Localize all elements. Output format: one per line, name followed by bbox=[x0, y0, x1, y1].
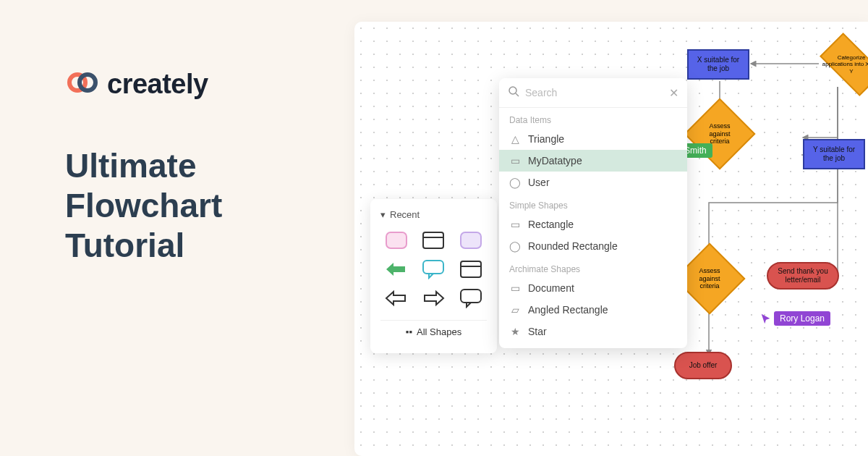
heading-line-1: Ultimate bbox=[65, 146, 354, 186]
left-panel: creately Ultimate Flowchart Tutorial bbox=[0, 0, 354, 456]
svg-point-10 bbox=[509, 87, 516, 94]
clear-icon[interactable]: ✕ bbox=[669, 86, 678, 100]
shape-item-star[interactable]: ★Star bbox=[499, 321, 687, 342]
angled-icon: ▱ bbox=[509, 305, 521, 315]
star-icon: ★ bbox=[509, 326, 521, 337]
node-x-suitable[interactable]: X suitable for the job bbox=[687, 49, 749, 80]
svg-rect-3 bbox=[423, 232, 443, 248]
caret-down-icon: ▾ bbox=[380, 209, 386, 220]
heading-line-2: Flowchart bbox=[65, 186, 354, 226]
heading-line-3: Tutorial bbox=[65, 226, 354, 266]
triangle-icon: △ bbox=[509, 134, 521, 144]
node-y-suitable[interactable]: Y suitable for the job bbox=[803, 139, 865, 169]
shape-speech-outline[interactable] bbox=[457, 287, 485, 310]
shape-item-triangle[interactable]: △Triangle bbox=[499, 128, 687, 150]
grid-icon: ▪▪ bbox=[406, 326, 412, 337]
rounded-icon: ◯ bbox=[509, 241, 521, 251]
svg-rect-2 bbox=[386, 232, 407, 248]
svg-line-11 bbox=[516, 93, 519, 96]
page-heading: Ultimate Flowchart Tutorial bbox=[65, 146, 354, 266]
shape-speech-cyan[interactable] bbox=[420, 258, 447, 281]
tag-icon: ▭ bbox=[509, 156, 521, 166]
rectangle-icon: ▭ bbox=[509, 219, 521, 229]
shape-arrow-left-outline[interactable] bbox=[383, 287, 410, 310]
shape-rounded-pink[interactable] bbox=[383, 229, 410, 252]
group-data-items: Data Items bbox=[499, 108, 687, 128]
svg-rect-6 bbox=[423, 261, 443, 274]
shapes-panel: ▾ Recent ▪▪ All Shapes bbox=[370, 199, 497, 353]
group-archimate: Archimate Shapes bbox=[499, 257, 687, 277]
search-input[interactable] bbox=[525, 87, 669, 98]
search-bar: ✕ bbox=[499, 78, 687, 108]
svg-rect-5 bbox=[461, 232, 481, 248]
all-shapes-button[interactable]: ▪▪ All Shapes bbox=[380, 320, 487, 343]
shape-item-user[interactable]: ◯User bbox=[499, 172, 687, 193]
collaborator-name-2: Rory Logan bbox=[774, 311, 830, 326]
group-simple-shapes: Simple Shapes bbox=[499, 193, 687, 214]
shape-item-angled-rectangle[interactable]: ▱Angled Rectangle bbox=[499, 299, 687, 321]
shape-browser[interactable] bbox=[420, 229, 447, 252]
canvas-area[interactable]: Categorize applications into X and Y X s… bbox=[354, 22, 868, 456]
shape-item-mydatatype[interactable]: ▭MyDatatype bbox=[499, 150, 687, 172]
search-icon bbox=[508, 85, 519, 100]
recent-shapes-grid bbox=[380, 229, 487, 310]
svg-rect-9 bbox=[461, 290, 481, 303]
svg-rect-7 bbox=[461, 261, 481, 277]
recent-label: Recent bbox=[390, 209, 420, 220]
shape-search-popup: ✕ Data Items △Triangle ▭MyDatatype ◯User… bbox=[499, 78, 687, 348]
all-shapes-label: All Shapes bbox=[417, 326, 461, 337]
shape-item-rectangle[interactable]: ▭Rectangle bbox=[499, 214, 687, 235]
node-categorize[interactable]: Categorize applications into X and Y bbox=[819, 43, 868, 85]
shape-card[interactable] bbox=[457, 258, 485, 281]
brand-name: creately bbox=[107, 69, 208, 100]
shape-rounded-purple[interactable] bbox=[457, 229, 485, 252]
shape-item-rounded-rectangle[interactable]: ◯Rounded Rectangle bbox=[499, 235, 687, 257]
shape-item-document[interactable]: ▭Document bbox=[499, 277, 687, 299]
pill-icon: ◯ bbox=[509, 177, 521, 187]
logo: creately bbox=[65, 65, 354, 103]
node-send-thanks[interactable]: Send thank you letter/email bbox=[767, 262, 839, 290]
recent-header[interactable]: ▾ Recent bbox=[380, 209, 487, 220]
logo-icon bbox=[65, 65, 100, 103]
shape-arrow-left-green[interactable] bbox=[383, 258, 410, 281]
document-icon: ▭ bbox=[509, 283, 521, 293]
node-assess-2[interactable]: Assess against criteria bbox=[684, 253, 735, 304]
node-job-offer[interactable]: Job offer bbox=[674, 352, 732, 379]
collaborator-cursor-2: Rory Logan bbox=[760, 311, 830, 326]
shape-arrow-right-outline[interactable] bbox=[420, 287, 447, 310]
